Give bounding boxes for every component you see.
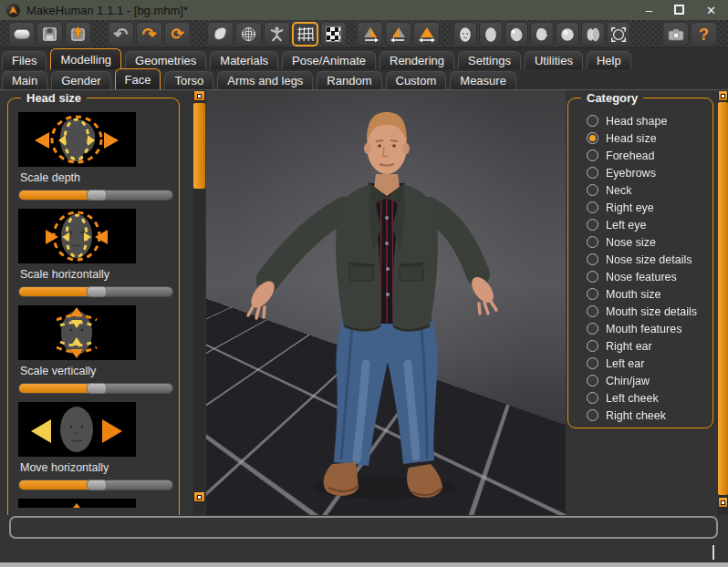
category-option-left-eye[interactable]: Left eye [587,216,712,233]
view-top-button[interactable] [556,22,579,46]
load-file-button[interactable] [65,22,91,46]
tab-arms-and-legs[interactable]: Arms and legs [217,71,313,89]
modifier-panel-scrollbar[interactable] [193,90,205,515]
split-ovals-icon [585,26,601,43]
move-horizontally-slider[interactable] [18,479,173,490]
tab-modelling[interactable]: Modelling [50,48,121,69]
grid-button[interactable] [292,22,318,46]
category-option-head-size[interactable]: Head size [587,129,712,147]
category-option-forehead[interactable]: Forehead [587,147,712,164]
slider-handle[interactable] [87,286,107,297]
close-button[interactable]: ✕ [706,5,716,16]
sphere-top-icon [559,26,576,43]
screenshot-button[interactable] [662,22,689,46]
category-option-eyebrows[interactable]: Eyebrows [587,164,712,181]
tab-materials[interactable]: Materials [210,51,278,69]
smooth-shading-button[interactable] [207,22,234,46]
titlebar: MakeHuman 1.1.1 - [bg.mhm]* – ✕ [0,0,728,20]
view-button-group [452,21,631,47]
tab-utilities[interactable]: Utilities [525,51,583,69]
tab-custom[interactable]: Custom [386,71,447,89]
head-back-icon [483,26,499,43]
tab-measure[interactable]: Measure [450,71,516,89]
minimize-button[interactable]: – [646,5,652,16]
tab-rendering[interactable]: Rendering [380,51,454,69]
category-panel-scrollbar[interactable] [718,90,728,515]
texture-checker-button[interactable] [320,22,347,46]
group-title: Category [581,91,643,105]
makehuman-window: MakeHuman 1.1.1 - [bg.mhm]* – ✕ ↶ ↷ ⟳ [0,0,728,567]
redo-button[interactable]: ↷ [136,22,162,46]
viewport-3d[interactable] [206,90,566,515]
tab-files[interactable]: Files [2,51,47,69]
symmetry-both-icon [418,26,436,44]
category-option-right-cheek[interactable]: Right cheek [587,407,712,424]
view-back-button[interactable] [479,22,503,46]
main-tab-bar: Files Modelling Geometries Materials Pos… [0,48,728,69]
tab-gender[interactable]: Gender [51,71,110,89]
tab-help[interactable]: Help [587,51,631,69]
modifier-scale-vertically: Scale vertically [18,305,173,394]
scrollbar-top-button[interactable] [193,90,205,101]
slider-handle[interactable] [87,479,107,490]
smooth-shading-icon [212,26,229,43]
category-option-head-shape[interactable]: Head shape [587,112,712,129]
tab-face[interactable]: Face [115,68,161,89]
scale-depth-preview [18,112,136,167]
symmetry-left-button[interactable] [385,22,411,46]
category-option-mouth-size[interactable]: Mouth size [587,285,712,303]
radio-icon [587,409,598,421]
category-option-right-eye[interactable]: Right eye [587,199,712,216]
tab-random[interactable]: Random [317,71,381,89]
symmetry-right-button[interactable] [357,22,383,46]
slider-handle[interactable] [87,190,107,201]
content-area: Head size Scale depth [0,90,728,515]
tab-main[interactable]: Main [2,71,47,89]
scrollbar-top-button[interactable] [718,90,728,101]
radio-icon [587,236,598,248]
scale-horizontally-slider[interactable] [18,286,173,297]
category-option-mouth-features[interactable]: Mouth features [587,320,712,337]
tab-geometries[interactable]: Geometries [125,51,206,69]
category-option-neck[interactable]: Neck [587,181,712,199]
scrollbar-thumb[interactable] [193,103,205,189]
tab-pose-animate[interactable]: Pose/Animate [282,51,376,69]
slider-handle[interactable] [87,383,107,394]
category-option-chin-jaw[interactable]: Chin/jaw [587,372,712,389]
view-orbit-button[interactable] [607,22,630,46]
tab-torso[interactable]: Torso [164,71,213,89]
view-left-button[interactable] [504,22,528,46]
help-button[interactable]: ? [691,22,717,46]
category-option-nose-size[interactable]: Nose size [587,233,712,251]
category-option-left-cheek[interactable]: Left cheek [587,389,712,407]
toolbar: ↶ ↷ ⟳ [0,20,728,48]
wireframe-button[interactable] [235,22,262,46]
scrollbar-thumb[interactable] [718,102,728,495]
wireframe-globe-icon [240,26,257,43]
scale-vertically-slider[interactable] [18,383,173,394]
view-front-button[interactable] [453,22,477,46]
symmetry-both-button[interactable] [413,22,440,46]
category-option-left-ear[interactable]: Left ear [587,355,712,372]
scrollbar-bottom-button[interactable] [718,497,728,508]
reset-button[interactable]: ⟳ [164,22,191,46]
category-option-nose-size-details[interactable]: Nose size details [587,251,712,268]
scrollbar-bottom-button[interactable] [193,491,205,502]
scale-depth-slider[interactable] [18,190,173,201]
pose-mode-button[interactable] [264,22,290,46]
display-button-group [206,21,348,47]
undo-button[interactable]: ↶ [108,22,134,46]
category-option-mouth-size-details[interactable]: Mouth size details [587,303,712,320]
category-option-nose-features[interactable]: Nose features [587,268,712,285]
save-file-button[interactable] [36,22,63,46]
view-right-button[interactable] [530,22,554,46]
category-option-right-ear[interactable]: Right ear [587,337,712,355]
maximize-button[interactable] [674,5,684,16]
camera-icon [667,26,685,44]
new-file-button[interactable] [8,22,35,46]
tab-settings[interactable]: Settings [458,51,521,69]
head-size-groupbox: Head size Scale depth [7,98,180,515]
pose-figure-icon [268,26,286,43]
view-split-button[interactable] [581,22,605,46]
scale-vertically-preview [18,305,136,360]
